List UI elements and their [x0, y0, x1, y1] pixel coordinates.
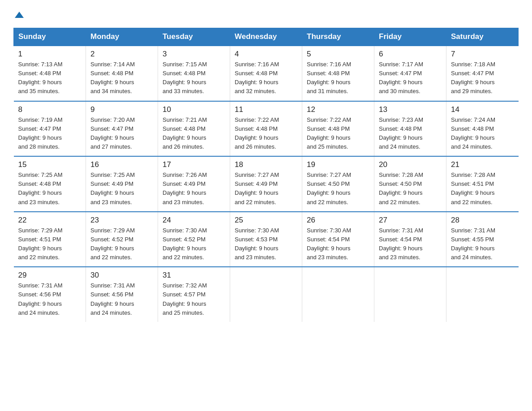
- day-info: Sunrise: 7:28 AM Sunset: 4:51 PM Dayligh…: [451, 171, 514, 207]
- calendar-cell: 31 Sunrise: 7:32 AM Sunset: 4:57 PM Dayl…: [158, 267, 230, 322]
- calendar-cell: [446, 267, 519, 322]
- calendar-cell: 22 Sunrise: 7:29 AM Sunset: 4:51 PM Dayl…: [14, 212, 86, 267]
- calendar-cell: 16 Sunrise: 7:25 AM Sunset: 4:49 PM Dayl…: [86, 156, 158, 212]
- day-number: 14: [451, 105, 514, 114]
- calendar-cell: [374, 267, 446, 322]
- day-number: 19: [307, 160, 369, 169]
- calendar-cell: 18 Sunrise: 7:27 AM Sunset: 4:49 PM Dayl…: [230, 156, 302, 212]
- day-number: 11: [235, 105, 297, 114]
- day-number: 12: [307, 105, 369, 114]
- logo: [13, 9, 24, 20]
- day-info: Sunrise: 7:14 AM Sunset: 4:48 PM Dayligh…: [90, 60, 153, 96]
- day-number: 17: [163, 160, 225, 169]
- day-info: Sunrise: 7:22 AM Sunset: 4:48 PM Dayligh…: [307, 116, 369, 152]
- day-info: Sunrise: 7:29 AM Sunset: 4:51 PM Dayligh…: [18, 226, 82, 262]
- calendar-cell: [230, 267, 302, 322]
- day-info: Sunrise: 7:25 AM Sunset: 4:49 PM Dayligh…: [90, 171, 153, 207]
- calendar-cell: 3 Sunrise: 7:15 AM Sunset: 4:48 PM Dayli…: [158, 46, 230, 101]
- day-info: Sunrise: 7:17 AM Sunset: 4:47 PM Dayligh…: [379, 60, 442, 96]
- calendar-cell: 21 Sunrise: 7:28 AM Sunset: 4:51 PM Dayl…: [446, 156, 519, 212]
- calendar-cell: 27 Sunrise: 7:31 AM Sunset: 4:54 PM Dayl…: [374, 212, 446, 267]
- day-number: 13: [379, 105, 442, 114]
- day-number: 28: [451, 216, 514, 225]
- day-number: 23: [90, 216, 153, 225]
- day-number: 29: [18, 271, 82, 280]
- calendar-week-row: 22 Sunrise: 7:29 AM Sunset: 4:51 PM Dayl…: [14, 212, 519, 267]
- calendar-cell: 17 Sunrise: 7:26 AM Sunset: 4:49 PM Dayl…: [158, 156, 230, 212]
- day-info: Sunrise: 7:29 AM Sunset: 4:52 PM Dayligh…: [90, 226, 153, 262]
- logo-triangle-icon: [14, 10, 24, 20]
- day-info: Sunrise: 7:16 AM Sunset: 4:48 PM Dayligh…: [235, 60, 297, 96]
- day-info: Sunrise: 7:31 AM Sunset: 4:54 PM Dayligh…: [379, 226, 442, 262]
- day-number: 18: [235, 160, 297, 169]
- weekday-header-row: SundayMondayTuesdayWednesdayThursdayFrid…: [14, 28, 519, 46]
- day-number: 3: [163, 50, 225, 59]
- calendar-cell: 10 Sunrise: 7:21 AM Sunset: 4:48 PM Dayl…: [158, 101, 230, 157]
- calendar-cell: 30 Sunrise: 7:31 AM Sunset: 4:56 PM Dayl…: [86, 267, 158, 322]
- day-info: Sunrise: 7:28 AM Sunset: 4:50 PM Dayligh…: [379, 171, 442, 207]
- calendar-table: SundayMondayTuesdayWednesdayThursdayFrid…: [13, 28, 519, 322]
- day-info: Sunrise: 7:15 AM Sunset: 4:48 PM Dayligh…: [163, 60, 225, 96]
- day-number: 5: [307, 50, 369, 59]
- day-number: 26: [307, 216, 369, 225]
- day-number: 20: [379, 160, 442, 169]
- day-number: 24: [163, 216, 225, 225]
- calendar-cell: 6 Sunrise: 7:17 AM Sunset: 4:47 PM Dayli…: [374, 46, 446, 101]
- calendar-cell: 29 Sunrise: 7:31 AM Sunset: 4:56 PM Dayl…: [14, 267, 86, 322]
- weekday-header-monday: Monday: [86, 28, 158, 46]
- calendar-cell: 2 Sunrise: 7:14 AM Sunset: 4:48 PM Dayli…: [86, 46, 158, 101]
- day-number: 27: [379, 216, 442, 225]
- weekday-header-sunday: Sunday: [14, 28, 86, 46]
- day-info: Sunrise: 7:26 AM Sunset: 4:49 PM Dayligh…: [163, 171, 225, 207]
- day-info: Sunrise: 7:30 AM Sunset: 4:54 PM Dayligh…: [307, 226, 369, 262]
- day-number: 25: [235, 216, 297, 225]
- day-info: Sunrise: 7:27 AM Sunset: 4:50 PM Dayligh…: [307, 171, 369, 207]
- day-number: 16: [90, 160, 153, 169]
- calendar-week-row: 15 Sunrise: 7:25 AM Sunset: 4:48 PM Dayl…: [14, 156, 519, 212]
- day-info: Sunrise: 7:25 AM Sunset: 4:48 PM Dayligh…: [18, 171, 82, 207]
- day-info: Sunrise: 7:13 AM Sunset: 4:48 PM Dayligh…: [18, 60, 82, 96]
- day-info: Sunrise: 7:30 AM Sunset: 4:53 PM Dayligh…: [235, 226, 297, 262]
- calendar-cell: 19 Sunrise: 7:27 AM Sunset: 4:50 PM Dayl…: [302, 156, 374, 212]
- day-info: Sunrise: 7:21 AM Sunset: 4:48 PM Dayligh…: [163, 116, 225, 152]
- weekday-header-friday: Friday: [374, 28, 446, 46]
- day-number: 7: [451, 50, 514, 59]
- weekday-header-tuesday: Tuesday: [158, 28, 230, 46]
- day-info: Sunrise: 7:18 AM Sunset: 4:47 PM Dayligh…: [451, 60, 514, 96]
- day-number: 8: [18, 105, 82, 114]
- calendar-week-row: 1 Sunrise: 7:13 AM Sunset: 4:48 PM Dayli…: [14, 46, 519, 101]
- weekday-header-saturday: Saturday: [446, 28, 519, 46]
- day-number: 15: [18, 160, 82, 169]
- day-number: 6: [379, 50, 442, 59]
- calendar-week-row: 8 Sunrise: 7:19 AM Sunset: 4:47 PM Dayli…: [14, 101, 519, 157]
- day-number: 2: [90, 50, 153, 59]
- day-info: Sunrise: 7:27 AM Sunset: 4:49 PM Dayligh…: [235, 171, 297, 207]
- calendar-cell: 13 Sunrise: 7:23 AM Sunset: 4:48 PM Dayl…: [374, 101, 446, 157]
- day-info: Sunrise: 7:19 AM Sunset: 4:47 PM Dayligh…: [18, 116, 82, 152]
- calendar-cell: 7 Sunrise: 7:18 AM Sunset: 4:47 PM Dayli…: [446, 46, 519, 101]
- day-number: 1: [18, 50, 82, 59]
- calendar-cell: 12 Sunrise: 7:22 AM Sunset: 4:48 PM Dayl…: [302, 101, 374, 157]
- calendar-cell: 5 Sunrise: 7:16 AM Sunset: 4:48 PM Dayli…: [302, 46, 374, 101]
- day-info: Sunrise: 7:31 AM Sunset: 4:55 PM Dayligh…: [451, 226, 514, 262]
- day-number: 30: [90, 271, 153, 280]
- day-number: 9: [90, 105, 153, 114]
- calendar-cell: 8 Sunrise: 7:19 AM Sunset: 4:47 PM Dayli…: [14, 101, 86, 157]
- day-number: 4: [235, 50, 297, 59]
- calendar-week-row: 29 Sunrise: 7:31 AM Sunset: 4:56 PM Dayl…: [14, 267, 519, 322]
- calendar-cell: [302, 267, 374, 322]
- day-info: Sunrise: 7:20 AM Sunset: 4:47 PM Dayligh…: [90, 116, 153, 152]
- calendar-cell: 20 Sunrise: 7:28 AM Sunset: 4:50 PM Dayl…: [374, 156, 446, 212]
- weekday-header-wednesday: Wednesday: [230, 28, 302, 46]
- calendar-cell: 9 Sunrise: 7:20 AM Sunset: 4:47 PM Dayli…: [86, 101, 158, 157]
- day-info: Sunrise: 7:31 AM Sunset: 4:56 PM Dayligh…: [18, 281, 82, 317]
- calendar-cell: 28 Sunrise: 7:31 AM Sunset: 4:55 PM Dayl…: [446, 212, 519, 267]
- day-number: 10: [163, 105, 225, 114]
- page-header: [13, 9, 519, 20]
- day-info: Sunrise: 7:32 AM Sunset: 4:57 PM Dayligh…: [163, 281, 225, 317]
- day-info: Sunrise: 7:30 AM Sunset: 4:52 PM Dayligh…: [163, 226, 225, 262]
- calendar-cell: 1 Sunrise: 7:13 AM Sunset: 4:48 PM Dayli…: [14, 46, 86, 101]
- svg-marker-0: [15, 12, 24, 18]
- calendar-cell: 11 Sunrise: 7:22 AM Sunset: 4:48 PM Dayl…: [230, 101, 302, 157]
- calendar-cell: 23 Sunrise: 7:29 AM Sunset: 4:52 PM Dayl…: [86, 212, 158, 267]
